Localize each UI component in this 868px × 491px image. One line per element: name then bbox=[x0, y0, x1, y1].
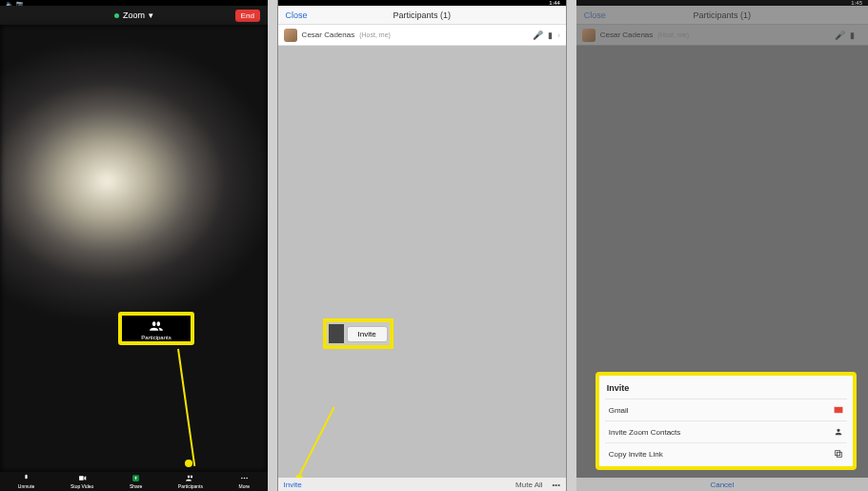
popover-anchor bbox=[329, 324, 344, 343]
chevron-right-icon: › bbox=[557, 31, 560, 40]
participants-panel: 1:44 Close Participants (1) Cesar Cadena… bbox=[277, 0, 567, 491]
participant-name: Cesar Cadenas bbox=[302, 31, 355, 39]
meeting-toolbar: Unmute Stop Video Share Participants Mor… bbox=[0, 472, 268, 491]
invite-action-sheet: Invite Gmail Invite Zoom Contacts Copy I… bbox=[595, 372, 857, 470]
camera-icon: ▮ bbox=[548, 31, 553, 40]
unmute-label: Unmute bbox=[18, 483, 35, 489]
more-label: More bbox=[239, 483, 250, 489]
cancel-bar: Cancel bbox=[576, 478, 868, 491]
svg-point-1 bbox=[241, 478, 243, 480]
svg-point-2 bbox=[244, 478, 246, 480]
zoom-meeting-panel: 🔈 📷 Zoom ▾ End Participants Unmute bbox=[0, 0, 268, 491]
participant-row[interactable]: Cesar Cadenas (Host, me) 🎤 ▮ › bbox=[278, 25, 566, 46]
invite-row-gmail[interactable]: Gmail bbox=[605, 399, 847, 420]
video-feed bbox=[0, 25, 268, 472]
invite-row-label: Copy Invite Link bbox=[609, 450, 663, 459]
divider-2 bbox=[567, 0, 576, 491]
unmute-button[interactable]: Unmute bbox=[18, 474, 35, 489]
share-button[interactable]: Share bbox=[130, 474, 142, 489]
callout-dot bbox=[185, 460, 192, 467]
svg-point-3 bbox=[246, 478, 248, 480]
invite-sheet-title: Invite bbox=[605, 381, 847, 399]
mic-muted-icon: 🎤 bbox=[533, 31, 543, 40]
callout-line bbox=[297, 407, 334, 479]
svg-rect-5 bbox=[837, 452, 841, 457]
invite-row-label: Gmail bbox=[609, 406, 629, 415]
invite-row-copy-link[interactable]: Copy Invite Link bbox=[605, 442, 847, 464]
divider-1 bbox=[268, 0, 277, 491]
invite-popover-highlight: Invite bbox=[323, 318, 394, 349]
stop-video-label: Stop Video bbox=[71, 483, 93, 489]
invite-popover-label[interactable]: Invite bbox=[347, 326, 388, 342]
invite-row-label: Invite Zoom Contacts bbox=[609, 428, 681, 437]
invite-sheet-panel: 1:45 Close Participants (1) Cesar Cadena… bbox=[576, 0, 868, 491]
end-button[interactable]: End bbox=[235, 10, 260, 22]
participants-highlight-label: Participants bbox=[141, 335, 171, 340]
contacts-icon bbox=[834, 427, 843, 437]
more-button[interactable]: ••• bbox=[553, 481, 560, 489]
security-dot-icon bbox=[114, 13, 119, 18]
invite-button[interactable]: Invite bbox=[284, 481, 302, 489]
chevron-down-icon: ▾ bbox=[149, 10, 153, 20]
more-button[interactable]: More bbox=[239, 474, 250, 489]
participant-role: (Host, me) bbox=[359, 31, 391, 38]
zoom-header: Zoom ▾ End bbox=[0, 6, 268, 25]
zoom-title[interactable]: Zoom ▾ bbox=[114, 10, 153, 20]
mute-all-button[interactable]: Mute All bbox=[515, 481, 542, 489]
participants-button[interactable]: Participants bbox=[178, 474, 203, 489]
participants-highlight: Participants bbox=[118, 312, 194, 345]
copy-icon bbox=[834, 449, 843, 459]
participants-label: Participants bbox=[178, 483, 203, 489]
close-button[interactable]: Close bbox=[286, 10, 308, 20]
zoom-label: Zoom bbox=[123, 10, 145, 20]
participants-header: Close Participants (1) bbox=[278, 6, 566, 25]
participants-icon bbox=[150, 317, 163, 335]
svg-rect-4 bbox=[836, 451, 840, 456]
participants-bottombar: Invite Mute All ••• bbox=[278, 478, 566, 491]
participants-title: Participants (1) bbox=[394, 10, 452, 20]
share-label: Share bbox=[130, 483, 142, 489]
cancel-button[interactable]: Cancel bbox=[710, 481, 734, 489]
invite-row-zoom-contacts[interactable]: Invite Zoom Contacts bbox=[605, 420, 847, 442]
gmail-icon bbox=[834, 405, 843, 415]
stop-video-button[interactable]: Stop Video bbox=[71, 474, 93, 489]
avatar bbox=[284, 29, 297, 42]
